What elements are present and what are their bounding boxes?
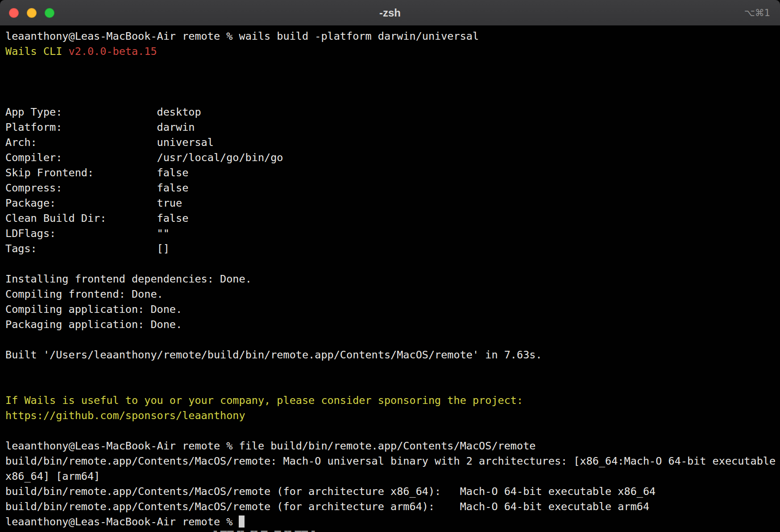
prompt-build-text: leaanthony@Leas-MacBook-Air remote % wai… xyxy=(5,30,479,42)
file-output-text: build/bin/remote.app/Contents/MacOS/remo… xyxy=(5,500,649,513)
window-shortcut-badge: ⌥⌘1 xyxy=(744,0,770,25)
final-prompt-text: leaanthony@Leas-MacBook-Air remote % xyxy=(5,515,239,528)
file-output-text: x86_64] [arm64] xyxy=(5,470,100,482)
terminal-output[interactable]: leaanthony@Leas-MacBook-Air remote % wai… xyxy=(0,26,780,532)
blank-line xyxy=(5,423,775,438)
file-output-line: build/bin/remote.app/Contents/MacOS/remo… xyxy=(5,499,775,514)
config-row: App Type:desktop xyxy=(5,104,775,120)
config-value: /usr/local/go/bin/go xyxy=(157,151,283,164)
config-value: universal xyxy=(157,136,214,149)
config-value: false xyxy=(157,212,189,224)
config-label: Skip Frontend: xyxy=(5,165,157,180)
config-label: Clean Build Dir: xyxy=(5,211,157,226)
prompt-build-line: leaanthony@Leas-MacBook-Air remote % wai… xyxy=(5,29,775,44)
minimize-button[interactable] xyxy=(27,8,37,18)
titlebar[interactable]: -zsh ⌥⌘1 xyxy=(0,0,780,26)
config-value: [] xyxy=(157,242,170,255)
config-value: true xyxy=(157,197,183,209)
progress-text: Packaging application: Done. xyxy=(5,318,182,331)
config-row: Compress:false xyxy=(5,180,775,195)
zoom-button[interactable] xyxy=(45,8,54,18)
blank-line xyxy=(5,362,775,378)
sponsor-message: If Wails is useful to you or your compan… xyxy=(5,394,523,407)
config-row: Platform:darwin xyxy=(5,120,775,135)
file-output-text: build/bin/remote.app/Contents/MacOS/remo… xyxy=(5,485,656,498)
progress-line: Installing frontend dependencies: Done. xyxy=(5,271,775,287)
progress-line: Compiling frontend: Done. xyxy=(5,287,775,302)
config-label: LDFlags: xyxy=(5,226,157,241)
built-line: Built '/Users/leaanthony/remote/build/bi… xyxy=(5,347,775,362)
config-row: Compiler:/usr/local/go/bin/go xyxy=(5,150,775,165)
config-label: App Type: xyxy=(5,104,157,120)
wails-cli-label: Wails CLI xyxy=(5,45,68,58)
config-label: Platform: xyxy=(5,120,157,135)
config-row: LDFlags:"" xyxy=(5,226,775,241)
blank-line xyxy=(5,256,775,271)
wails-cli-version: v2.0.0-beta.15 xyxy=(68,45,157,58)
traffic-lights xyxy=(9,8,54,18)
file-output-text: build/bin/remote.app/Contents/MacOS/remo… xyxy=(5,455,776,467)
sponsor-url-line: https://github.com/sponsors/leaanthony xyxy=(5,408,775,423)
config-value: darwin xyxy=(157,121,195,133)
progress-text: Installing frontend dependencies: Done. xyxy=(5,273,252,285)
config-label: Package: xyxy=(5,195,157,211)
config-row: Tags:[] xyxy=(5,241,775,256)
config-row: Package:true xyxy=(5,195,775,211)
config-value: "" xyxy=(157,227,170,240)
terminal-cursor xyxy=(239,515,245,528)
blank-line xyxy=(5,378,775,393)
close-button[interactable] xyxy=(9,8,19,18)
config-value: false xyxy=(157,166,189,179)
sponsor-url-link[interactable]: https://github.com/sponsors/leaanthony xyxy=(5,409,245,422)
file-output-line: build/bin/remote.app/Contents/MacOS/remo… xyxy=(5,453,775,469)
config-label: Compress: xyxy=(5,180,157,195)
blank-line xyxy=(5,332,775,347)
config-row: Skip Frontend:false xyxy=(5,165,775,180)
wails-version-line: Wails CLI v2.0.0-beta.15 xyxy=(5,44,775,59)
progress-line: Packaging application: Done. xyxy=(5,317,775,332)
progress-line: Compiling application: Done. xyxy=(5,302,775,317)
config-row: Arch:universal xyxy=(5,135,775,150)
built-text: Built '/Users/leaanthony/remote/build/bi… xyxy=(5,349,542,361)
config-label: Tags: xyxy=(5,241,157,256)
config-label: Arch: xyxy=(5,135,157,150)
terminal-window: -zsh ⌥⌘1 leaanthony@Leas-MacBook-Air rem… xyxy=(0,0,780,532)
clipped-partial-line: ▙▛▜▟▌▐▙▛ ▜▟▙▛▜▟ xyxy=(214,529,775,532)
prompt-file-text: leaanthony@Leas-MacBook-Air remote % fil… xyxy=(5,440,535,452)
config-row: Clean Build Dir:false xyxy=(5,211,775,226)
progress-text: Compiling frontend: Done. xyxy=(5,288,163,300)
config-label: Compiler: xyxy=(5,150,157,165)
file-output-line: build/bin/remote.app/Contents/MacOS/remo… xyxy=(5,484,775,499)
progress-text: Compiling application: Done. xyxy=(5,303,182,316)
final-prompt-line: leaanthony@Leas-MacBook-Air remote % xyxy=(5,514,775,529)
prompt-file-line: leaanthony@Leas-MacBook-Air remote % fil… xyxy=(5,438,775,453)
blank-line xyxy=(5,89,775,104)
window-title: -zsh xyxy=(0,7,780,19)
config-value: false xyxy=(157,182,189,194)
config-value: desktop xyxy=(157,106,201,118)
sponsor-message-line: If Wails is useful to you or your compan… xyxy=(5,393,775,408)
blank-line xyxy=(5,59,775,74)
blank-line xyxy=(5,74,775,89)
file-output-line: x86_64] [arm64] xyxy=(5,469,775,484)
